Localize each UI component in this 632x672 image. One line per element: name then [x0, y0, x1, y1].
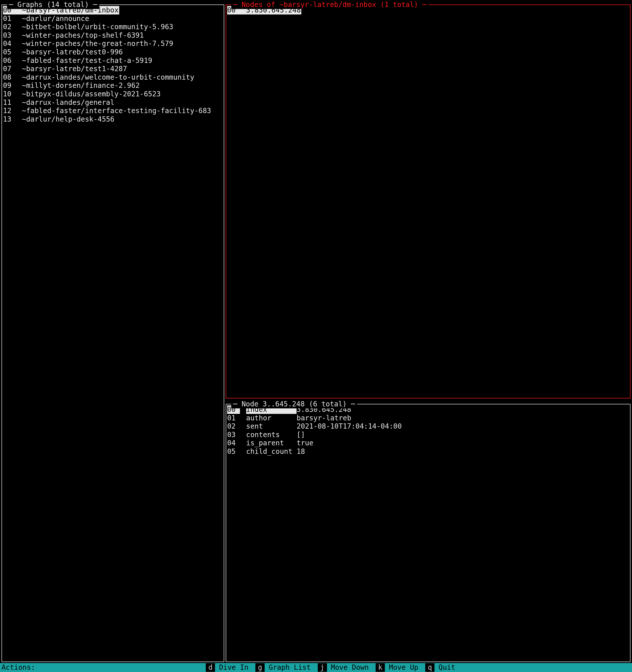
node-detail-list[interactable]: 00 index3.830.645.24801 authorbarsyr-lat…: [226, 405, 630, 456]
action-key-d[interactable]: d: [206, 663, 215, 672]
detail-row-key: contents: [246, 431, 297, 439]
detail-row-index: 02: [227, 422, 240, 431]
status-bar: Actions: dDive IngGraph ListjMove DownkM…: [0, 663, 632, 672]
action-name: Move Up: [385, 663, 425, 672]
graphs-panel: ─ Graphs (14 total) ─ 00 ~barsyr-latreb/…: [1, 4, 224, 662]
list-item-index: 10: [3, 90, 16, 98]
list-item-index: 11: [3, 98, 16, 107]
list-item-label: ~winter-paches/the-great-north-7.579: [22, 40, 224, 48]
list-item-label: ~bitbet-bolbel/urbit-community-5.963: [22, 23, 224, 31]
list-item-label: ~darrux-landes/general: [22, 98, 224, 107]
graphs-list-item[interactable]: 02 ~bitbet-bolbel/urbit-community-5.963: [2, 23, 224, 31]
graphs-list-item[interactable]: 06 ~fabled-faster/test-chat-a-5919: [2, 56, 224, 65]
action-name: Quit: [435, 663, 462, 672]
detail-row-value: true: [297, 439, 313, 447]
list-item-index: 02: [3, 23, 16, 31]
node-detail-panel-title: ─ Node 3..645.248 (6 total) ─: [231, 400, 357, 408]
graphs-list-item[interactable]: 12 ~fabled-faster/interface-testing-faci…: [2, 106, 224, 115]
detail-row-key: child_count: [246, 447, 297, 456]
action-key-g[interactable]: g: [255, 663, 264, 672]
detail-row-index: 03: [227, 431, 240, 439]
list-item-index: 04: [3, 40, 16, 48]
list-item-label: ~darlur/help-desk-4556: [22, 115, 224, 124]
main-area: ─ Graphs (14 total) ─ 00 ~barsyr-latreb/…: [0, 0, 632, 663]
list-item-index: 03: [3, 31, 16, 40]
graphs-list-item[interactable]: 09 ~millyt-dorsen/finance-2.962: [2, 81, 224, 90]
detail-row-value: 2021-08-10T17:04:14-04:00: [297, 422, 402, 431]
node-detail-row[interactable]: 04 is_parenttrue: [226, 439, 630, 447]
action-key-k[interactable]: k: [376, 663, 385, 672]
graphs-list-item[interactable]: 13 ~darlur/help-desk-4556: [2, 115, 224, 124]
list-item-label: ~darlur/announce: [22, 15, 224, 23]
node-detail-row[interactable]: 01 authorbarsyr-latreb: [226, 414, 630, 423]
list-item-index: 06: [3, 56, 16, 65]
list-item-index: 13: [3, 115, 16, 124]
detail-row-index: 05: [227, 447, 240, 456]
status-bar-actions: dDive IngGraph ListjMove DownkMove UpqQu…: [205, 663, 462, 672]
list-item-label: ~winter-paches/top-shelf-6391: [22, 31, 224, 40]
list-item-index: 12: [3, 106, 16, 115]
detail-row-index: 04: [227, 439, 240, 447]
detail-row-key: author: [246, 414, 297, 423]
detail-row-key: sent: [246, 422, 297, 431]
graphs-list-item[interactable]: 10 ~bitpyx-dildus/assembly-2021-6523: [2, 90, 224, 98]
node-detail-row[interactable]: 02 sent2021-08-10T17:04:14-04:00: [226, 422, 630, 431]
graphs-list-item[interactable]: 01 ~darlur/announce: [2, 15, 224, 23]
graphs-list-item[interactable]: 08 ~darrux-landes/welcome-to-urbit-commu…: [2, 73, 224, 81]
detail-row-key: is_parent: [246, 439, 297, 447]
list-item-label: ~fabled-faster/interface-testing-facilit…: [22, 106, 224, 115]
list-item-index: 08: [3, 73, 16, 81]
graphs-list-item[interactable]: 11 ~darrux-landes/general: [2, 98, 224, 107]
graphs-list[interactable]: 00 ~barsyr-latreb/dm-inbox01 ~darlur/ann…: [2, 5, 224, 123]
list-item-label: ~bitpyx-dildus/assembly-2021-6523: [22, 90, 224, 98]
nodes-panel-title: ─ Nodes of ~barsyr-latreb/dm-inbox (1 to…: [231, 0, 428, 9]
node-detail-panel: ─ Node 3..645.248 (6 total) ─ 00 index3.…: [226, 404, 631, 662]
graphs-panel-title: ─ Graphs (14 total) ─: [7, 0, 99, 9]
graphs-list-item[interactable]: 07 ~barsyr-latreb/test1-4287: [2, 65, 224, 73]
right-column: ─ Nodes of ~barsyr-latreb/dm-inbox (1 to…: [226, 0, 632, 663]
action-key-q[interactable]: q: [425, 663, 434, 672]
graphs-list-item[interactable]: 03 ~winter-paches/top-shelf-6391: [2, 31, 224, 40]
action-name: Graph List: [265, 663, 317, 672]
node-detail-row[interactable]: 03 contents[]: [226, 431, 630, 439]
status-bar-label: Actions:: [0, 663, 35, 672]
detail-row-value: 18: [297, 447, 305, 456]
action-name: Move Down: [327, 663, 375, 672]
list-item-label: ~millyt-dorsen/finance-2.962: [22, 81, 224, 90]
nodes-panel: ─ Nodes of ~barsyr-latreb/dm-inbox (1 to…: [226, 4, 631, 399]
list-item-label: ~fabled-faster/test-chat-a-5919: [22, 56, 224, 65]
list-item-index: 01: [3, 15, 16, 23]
list-item-index: 05: [3, 48, 16, 56]
graphs-list-item[interactable]: 05 ~barsyr-latreb/test0-996: [2, 48, 224, 56]
detail-row-value: barsyr-latreb: [297, 414, 351, 423]
left-column: ─ Graphs (14 total) ─ 00 ~barsyr-latreb/…: [0, 0, 226, 663]
list-item-label: ~darrux-landes/welcome-to-urbit-communit…: [22, 73, 224, 81]
detail-row-index: 01: [227, 414, 240, 423]
app-root: ─ Graphs (14 total) ─ 00 ~barsyr-latreb/…: [0, 0, 632, 672]
graphs-list-item[interactable]: 04 ~winter-paches/the-great-north-7.579: [2, 40, 224, 48]
action-name: Dive In: [216, 663, 255, 672]
node-detail-row[interactable]: 05 child_count18: [226, 447, 630, 456]
action-key-j[interactable]: j: [318, 663, 327, 672]
list-item-index: 09: [3, 81, 16, 90]
list-item-label: ~barsyr-latreb/test0-996: [22, 48, 224, 56]
list-item-label: ~barsyr-latreb/test1-4287: [22, 65, 224, 73]
list-item-index: 07: [3, 65, 16, 73]
detail-row-value: []: [297, 431, 305, 439]
